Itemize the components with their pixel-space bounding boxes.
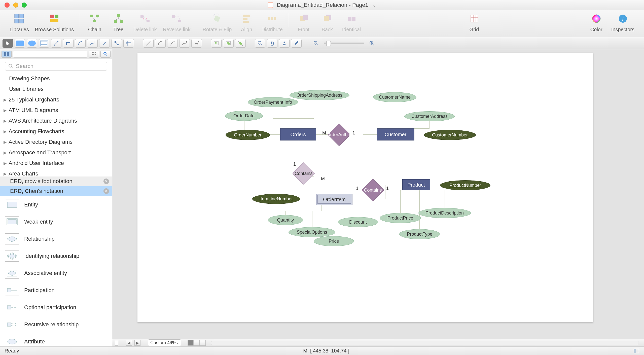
attribute-13[interactable]: ProductType	[399, 229, 440, 239]
rectangle-tool[interactable]	[15, 39, 25, 48]
maximize-window-button[interactable]	[22, 3, 27, 8]
attribute-2[interactable]: OrderShippingAddress	[290, 90, 349, 100]
attribute-10[interactable]: Price	[314, 236, 354, 246]
attribute-9[interactable]: SpecialOptions	[289, 227, 335, 237]
line-tool-1[interactable]	[143, 39, 154, 48]
shape-item[interactable]: Identifying relationship	[0, 247, 112, 265]
prev-page-button[interactable]: ◀	[126, 340, 132, 346]
color-button[interactable]: Color	[588, 12, 605, 32]
library-category[interactable]: ▶Android User Interface	[0, 158, 112, 168]
connector-tool-5[interactable]	[99, 39, 110, 48]
group-tool-2[interactable]	[223, 39, 234, 48]
attribute-12[interactable]: ProductPrice	[380, 213, 421, 223]
shape-item[interactable]: Attribute	[0, 333, 112, 346]
connector-tool-6[interactable]	[111, 39, 122, 48]
close-icon[interactable]: ×	[103, 179, 109, 184]
library-category[interactable]: ▶Area Charts	[0, 168, 112, 176]
attribute-6[interactable]: CustomerNumber	[424, 130, 476, 140]
shape-item[interactable]: Associative entity	[0, 265, 112, 282]
pane-toggle[interactable]	[115, 340, 118, 346]
diagram-page[interactable]: OrdersCustomerOrderItemProductOrderDateO…	[137, 53, 593, 322]
shape-item[interactable]: Optional participation	[0, 299, 112, 316]
entity-orders[interactable]: Orders	[280, 128, 316, 140]
ellipse-tool[interactable]	[27, 39, 37, 48]
zoom-out-button[interactable]	[311, 39, 321, 48]
next-page-button[interactable]: ▶	[134, 340, 140, 346]
attribute-3[interactable]: OrderNumber	[226, 130, 270, 140]
zoom-in-button[interactable]	[367, 39, 377, 48]
status-right-icon[interactable]	[633, 348, 639, 353]
shape-item[interactable]: Recursive relationship	[0, 316, 112, 333]
libraries-button[interactable]: Libraries	[10, 12, 29, 32]
line-tool-5[interactable]	[191, 39, 202, 48]
pointer-tool[interactable]	[3, 39, 13, 48]
attribute-0[interactable]: OrderDate	[225, 111, 263, 121]
page-tab-1[interactable]	[188, 340, 194, 346]
close-window-button[interactable]	[5, 3, 10, 8]
connector-tool-2[interactable]	[63, 39, 74, 48]
chevron-down-icon[interactable]: ⌄	[372, 2, 376, 8]
browse-solutions-button[interactable]: Browse Solutions	[35, 12, 74, 32]
chain-button[interactable]: Chain	[86, 12, 103, 32]
tree-button[interactable]: Tree	[110, 12, 127, 32]
shape-item[interactable]: Entity	[0, 196, 112, 213]
entity-customer[interactable]: Customer	[377, 128, 414, 140]
attribute-14[interactable]: ProductDescription	[418, 208, 471, 218]
attribute-7[interactable]: ItemLineNumber	[252, 194, 300, 204]
library-category[interactable]: User Libraries	[0, 84, 112, 94]
entity-orderitem[interactable]: OrderItem	[316, 194, 352, 205]
library-tab[interactable]: ERD, crow's foot notation×	[0, 176, 112, 186]
attribute-11[interactable]: Discount	[338, 217, 378, 227]
relationship-2[interactable]: Contains	[362, 179, 384, 201]
text-tool[interactable]	[39, 39, 49, 48]
attribute-5[interactable]: CustomerAddress	[404, 111, 455, 121]
library-category[interactable]: ▶ATM UML Diagrams	[0, 105, 112, 116]
library-category[interactable]: Drawing Shapes	[0, 73, 112, 84]
inspectors-button[interactable]: i Inspectors	[611, 12, 634, 32]
group-tool-3[interactable]	[235, 39, 246, 48]
attribute-8[interactable]: Quantity	[268, 215, 303, 225]
crop-tool[interactable]	[279, 39, 290, 48]
group-tool-1[interactable]	[211, 39, 222, 48]
entity-product[interactable]: Product	[402, 179, 430, 190]
sidebar-filter-input[interactable]	[13, 51, 87, 58]
connector-tool-3[interactable]	[75, 39, 86, 48]
grid-view-button[interactable]	[89, 51, 99, 58]
relationship-0[interactable]: OrderAuthor	[328, 123, 350, 146]
pencil-tool[interactable]	[291, 39, 302, 48]
line-tool-3[interactable]	[167, 39, 178, 48]
minimize-window-button[interactable]	[13, 3, 18, 8]
line-tool-4[interactable]	[179, 39, 190, 48]
attribute-1[interactable]: OrderPayment Info	[248, 97, 298, 107]
page-tab-3[interactable]	[200, 340, 206, 346]
zoom-tool[interactable]	[255, 39, 265, 48]
library-tab[interactable]: ERD, Chen's notation×	[0, 186, 112, 196]
attribute-4[interactable]: CustomerName	[373, 92, 416, 102]
line-tool-2[interactable]	[155, 39, 166, 48]
zoom-slider[interactable]	[324, 43, 364, 44]
participation-icon	[5, 285, 19, 296]
shape-item-label: Entity	[24, 201, 38, 208]
library-category[interactable]: ▶25 Typical Orgcharts	[0, 94, 112, 105]
search-view-button[interactable]	[100, 51, 111, 58]
search-input[interactable]: Search	[5, 62, 107, 71]
zoom-select[interactable]: Custom 49%	[148, 339, 181, 346]
page-tab-2[interactable]	[194, 340, 200, 346]
attribute-15[interactable]: ProductNumber	[440, 180, 490, 190]
shapes-view-toggle[interactable]	[2, 51, 12, 58]
canvas-scroll[interactable]: OrdersCustomerOrderItemProductOrderDateO…	[112, 49, 644, 339]
library-category[interactable]: ▶Active Directory Diagrams	[0, 137, 112, 147]
connector-tool-4[interactable]	[87, 39, 98, 48]
connector-tool-1[interactable]	[51, 39, 61, 48]
library-category[interactable]: ▶AWS Architecture Diagrams	[0, 116, 112, 126]
library-category[interactable]: ▶Accounting Flowcharts	[0, 126, 112, 137]
shape-item[interactable]: Weak entity	[0, 213, 112, 230]
connector-tool-7[interactable]	[123, 39, 134, 48]
shape-item[interactable]: Participation	[0, 282, 112, 299]
grid-button[interactable]: Grid	[466, 12, 483, 32]
close-icon[interactable]: ×	[103, 188, 109, 194]
shape-item[interactable]: Relationship	[0, 230, 112, 247]
library-category[interactable]: ▶Aerospace and Transport	[0, 147, 112, 158]
horizontal-scrollbar[interactable]	[211, 341, 639, 345]
pan-tool[interactable]	[267, 39, 277, 48]
